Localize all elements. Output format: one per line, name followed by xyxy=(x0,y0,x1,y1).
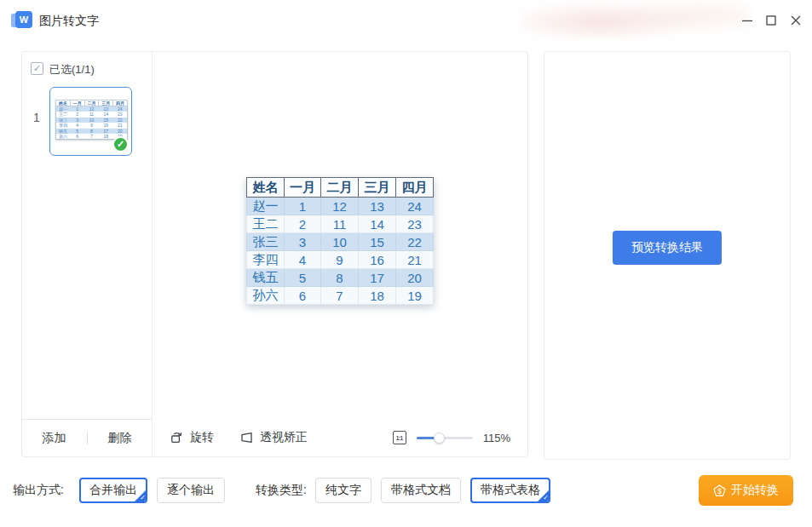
table-header-cell: 姓名 xyxy=(56,100,71,106)
table-cell: 李四 xyxy=(247,251,285,269)
add-button[interactable]: 添加 xyxy=(37,427,72,450)
table-cell: 10 xyxy=(321,233,359,251)
table-cell: 1 xyxy=(284,198,320,215)
table-cell: 15 xyxy=(359,233,396,251)
output-mode-button-label: 合并输出 xyxy=(89,483,137,498)
minimize-icon xyxy=(741,14,753,26)
output-mode-button-label: 逐个输出 xyxy=(167,483,215,498)
convert-type-label: 转换类型: xyxy=(256,475,307,506)
rotate-label: 旋转 xyxy=(190,430,214,445)
table-cell: 12 xyxy=(321,198,359,215)
table-row: 钱五581720 xyxy=(247,269,434,287)
file-list-column: ✓ 已选(1/1) 1 姓名一月二月三月四月赵一1121324王二2111423… xyxy=(22,52,153,456)
preview-area: 姓名一月二月三月四月赵一1121324王二2111423张三3101522李四4… xyxy=(153,52,527,456)
app-window: W 图片转文字 ✓ 已选(1/1) 1 姓名一月二月三月四月赵一11213 xyxy=(0,0,812,527)
table-cell: 14 xyxy=(359,215,396,233)
perspective-correct-button[interactable]: 透视矫正 xyxy=(239,430,308,445)
table-header-cell: 三月 xyxy=(99,100,113,106)
table-header-row: 姓名一月二月三月四月 xyxy=(56,100,128,106)
table-header-cell: 姓名 xyxy=(247,178,285,198)
table-cell: 王二 xyxy=(247,215,285,233)
blurred-account-area xyxy=(520,0,750,39)
table-header-cell: 四月 xyxy=(113,100,128,106)
table-cell: 23 xyxy=(395,215,433,233)
svg-text:$: $ xyxy=(717,486,722,495)
table-cell: 9 xyxy=(321,251,359,269)
table-cell: 11 xyxy=(321,215,359,233)
preview-result-button[interactable]: 预览转换结果 xyxy=(613,231,722,265)
output-mode-button[interactable]: 合并输出✓ xyxy=(79,478,147,503)
select-all-checkbox[interactable]: ✓ xyxy=(31,62,43,75)
table-header-cell: 四月 xyxy=(395,178,433,198)
table-cell: 16 xyxy=(359,251,396,269)
table-cell: 13 xyxy=(359,198,396,215)
delete-button[interactable]: 删除 xyxy=(103,427,137,450)
table-row: 张三3101522 xyxy=(247,233,434,251)
table-row: 赵一1121324 xyxy=(247,198,434,215)
maximize-button[interactable] xyxy=(763,14,779,27)
table-header-row: 姓名一月二月三月四月 xyxy=(247,178,434,198)
table-cell: 5 xyxy=(284,269,320,287)
table-cell: 钱五 xyxy=(247,269,285,287)
table-header-cell: 二月 xyxy=(84,100,99,106)
perspective-icon xyxy=(239,431,254,444)
table-header-cell: 三月 xyxy=(359,178,396,198)
convert-type-button[interactable]: 纯文字 xyxy=(315,478,371,503)
title-bar: W 图片转文字 xyxy=(0,0,812,41)
bottom-bar: 输出方式: 合并输出✓逐个输出 转换类型: 纯文字带格式文档带格式表格✓ $ 开… xyxy=(0,475,812,506)
output-mode-label: 输出方式: xyxy=(13,475,64,506)
start-convert-button[interactable]: $ 开始转换 xyxy=(699,475,793,506)
zoom-slider[interactable] xyxy=(417,437,473,439)
convert-type-button[interactable]: 带格式表格✓ xyxy=(470,478,550,503)
table-cell: 18 xyxy=(99,134,113,140)
rotate-icon xyxy=(170,431,184,444)
app-logo-icon: W xyxy=(11,11,32,29)
convert-type-button-label: 纯文字 xyxy=(325,483,361,498)
minimize-button[interactable] xyxy=(740,14,755,27)
thumbnail-mini-table: 姓名一月二月三月四月赵一1121324王二2111423张三3101522李四4… xyxy=(55,100,128,140)
table-cell: 22 xyxy=(395,233,433,251)
preview-image: 姓名一月二月三月四月赵一1121324王二2111423张三3101522李四4… xyxy=(246,177,434,305)
table-cell: 6 xyxy=(70,134,84,140)
table-cell: 6 xyxy=(284,287,320,305)
table-cell: 孙六 xyxy=(247,287,285,305)
rotate-button[interactable]: 旋转 xyxy=(170,430,214,445)
table-cell: 2 xyxy=(284,215,320,233)
thumbnail-item[interactable]: 姓名一月二月三月四月赵一1121324王二2111423张三3101522李四4… xyxy=(49,87,132,156)
thumbnail-index: 1 xyxy=(33,111,40,124)
table-cell: 17 xyxy=(359,269,396,287)
table-cell: 3 xyxy=(284,233,320,251)
workspace-panel: ✓ 已选(1/1) 1 姓名一月二月三月四月赵一1121324王二2111423… xyxy=(21,51,528,457)
table-cell: 24 xyxy=(395,198,433,215)
actual-size-icon[interactable]: 1:1 xyxy=(393,431,406,444)
table-row: 李四491621 xyxy=(247,251,434,269)
output-mode-button[interactable]: 逐个输出 xyxy=(157,478,225,503)
thumbnail-image: 姓名一月二月三月四月赵一1121324王二2111423张三3101522李四4… xyxy=(55,100,128,140)
convert-type-group: 纯文字带格式文档带格式表格✓ xyxy=(315,478,550,503)
close-button[interactable] xyxy=(788,14,803,27)
convert-type-button[interactable]: 带格式文档 xyxy=(381,478,461,503)
table-cell: 18 xyxy=(359,287,396,305)
preview-toolbar: 旋转 透视矫正 1:1 115% xyxy=(153,419,527,456)
zoom-controls: 1:1 115% xyxy=(393,431,510,444)
convert-type-button-label: 带格式文档 xyxy=(391,483,451,498)
table-header-cell: 一月 xyxy=(70,100,84,106)
table-cell: 21 xyxy=(395,251,433,269)
preview-table: 姓名一月二月三月四月赵一1121324王二2111423张三3101522李四4… xyxy=(246,177,434,305)
table-cell: 孙六 xyxy=(56,134,71,140)
table-cell: 7 xyxy=(321,287,359,305)
close-icon xyxy=(790,14,802,26)
table-row: 王二2111423 xyxy=(247,215,434,233)
window-title: 图片转文字 xyxy=(39,14,99,29)
selected-count-label: 已选(1/1) xyxy=(49,62,95,77)
zoom-slider-thumb[interactable] xyxy=(434,432,445,444)
table-cell: 20 xyxy=(395,269,433,287)
table-cell: 张三 xyxy=(247,233,285,251)
selected-check-icon: ✓ xyxy=(112,136,129,152)
coin-badge-icon: $ xyxy=(713,484,726,497)
maximize-icon xyxy=(765,14,777,26)
table-cell: 8 xyxy=(321,269,359,287)
result-panel: 预览转换结果 xyxy=(544,51,791,460)
file-list-header: ✓ 已选(1/1) xyxy=(22,52,152,83)
start-convert-label: 开始转换 xyxy=(731,483,779,498)
